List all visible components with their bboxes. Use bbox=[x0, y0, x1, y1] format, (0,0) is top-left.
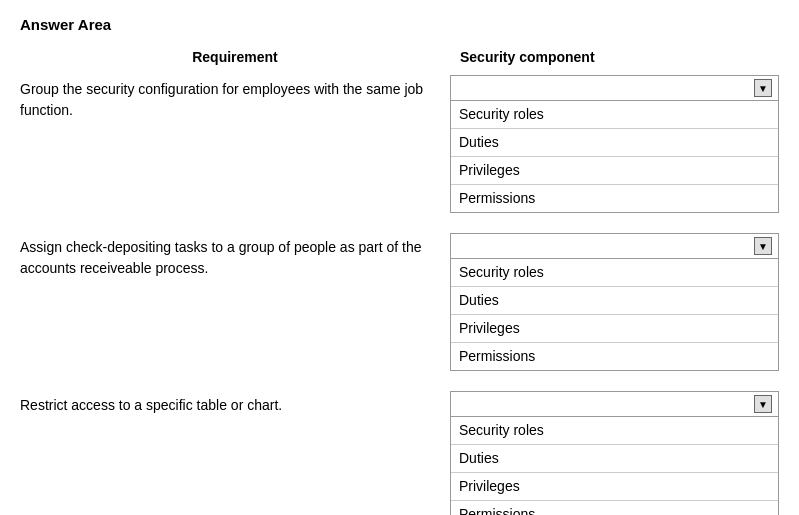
dropdown-option-1-1[interactable]: Security roles bbox=[451, 101, 778, 129]
dropdown-option-2-2[interactable]: Duties bbox=[451, 287, 778, 315]
dropdown-arrow-2[interactable]: ▼ bbox=[754, 237, 772, 255]
requirement-text-1: Group the security configuration for emp… bbox=[20, 75, 450, 121]
dropdown-container-1: ▼Security rolesDutiesPrivilegesPermissio… bbox=[450, 75, 779, 213]
header-row: Requirement Security component bbox=[20, 49, 779, 65]
requirement-header: Requirement bbox=[20, 49, 450, 65]
dropdown-option-3-3[interactable]: Privileges bbox=[451, 473, 778, 501]
dropdown-container-3: ▼Security rolesDutiesPrivilegesPermissio… bbox=[450, 391, 779, 515]
dropdown-option-1-3[interactable]: Privileges bbox=[451, 157, 778, 185]
dropdown-arrow-3[interactable]: ▼ bbox=[754, 395, 772, 413]
question-row-2: Assign check-depositing tasks to a group… bbox=[20, 233, 779, 371]
requirement-text-2: Assign check-depositing tasks to a group… bbox=[20, 233, 450, 279]
requirement-text-3: Restrict access to a specific table or c… bbox=[20, 391, 450, 416]
security-header: Security component bbox=[450, 49, 779, 65]
dropdown-option-2-4[interactable]: Permissions bbox=[451, 343, 778, 370]
dropdown-option-1-4[interactable]: Permissions bbox=[451, 185, 778, 212]
question-row-3: Restrict access to a specific table or c… bbox=[20, 391, 779, 515]
dropdown-option-1-2[interactable]: Duties bbox=[451, 129, 778, 157]
dropdown-header-3[interactable]: ▼ bbox=[451, 392, 778, 417]
dropdown-option-3-1[interactable]: Security roles bbox=[451, 417, 778, 445]
dropdown-header-2[interactable]: ▼ bbox=[451, 234, 778, 259]
dropdown-arrow-1[interactable]: ▼ bbox=[754, 79, 772, 97]
table-container: Requirement Security component Group the… bbox=[20, 49, 779, 515]
dropdown-option-3-2[interactable]: Duties bbox=[451, 445, 778, 473]
dropdown-option-2-3[interactable]: Privileges bbox=[451, 315, 778, 343]
question-row-1: Group the security configuration for emp… bbox=[20, 75, 779, 213]
answer-area-title: Answer Area bbox=[20, 16, 779, 33]
dropdown-option-3-4[interactable]: Permissions bbox=[451, 501, 778, 515]
dropdown-header-1[interactable]: ▼ bbox=[451, 76, 778, 101]
dropdown-container-2: ▼Security rolesDutiesPrivilegesPermissio… bbox=[450, 233, 779, 371]
dropdown-option-2-1[interactable]: Security roles bbox=[451, 259, 778, 287]
